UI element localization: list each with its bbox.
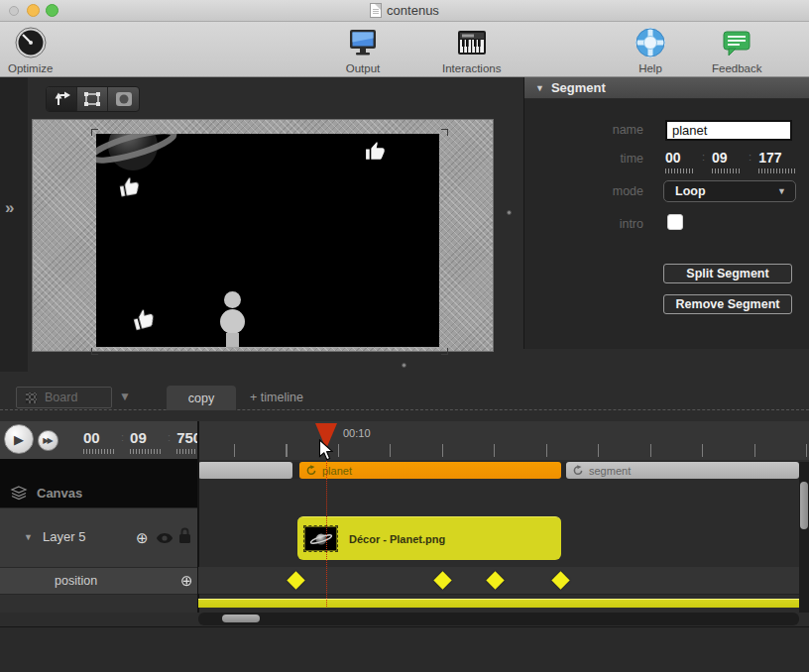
display-seconds[interactable]: 09 <box>130 429 162 454</box>
left-panel-collapsed <box>0 77 28 372</box>
clip-thumbnail <box>304 526 337 551</box>
move-tool-button[interactable] <box>47 87 77 111</box>
ruler-ticks <box>198 444 809 457</box>
position-track-name: position <box>55 574 97 588</box>
empty-row <box>0 594 198 613</box>
add-timeline-tab[interactable]: + timeline <box>250 391 303 404</box>
layer-name: Layer 5 <box>43 529 85 544</box>
horizontal-scrollbar[interactable] <box>198 613 799 625</box>
intro-checkbox[interactable] <box>667 214 683 230</box>
ruler-time-label: 00:10 <box>343 427 371 439</box>
thumbs-up-1[interactable] <box>116 173 143 200</box>
playhead-line <box>326 451 327 607</box>
vertical-scrollbar[interactable] <box>799 462 809 613</box>
play-button[interactable]: ▶ <box>4 424 34 454</box>
intro-label: intro <box>524 217 643 231</box>
row-separator <box>198 594 799 595</box>
expand-panel-chevron[interactable]: » <box>5 198 13 218</box>
stage-corner-mark <box>91 348 98 355</box>
canvas-stage[interactable] <box>96 134 439 347</box>
layers-header-label: Canvas <box>37 486 82 501</box>
canvas-tools <box>46 86 140 112</box>
display-minutes[interactable]: 00 <box>83 429 115 454</box>
segment-panel-title: Segment <box>551 80 606 95</box>
timeline-ruler[interactable]: 00:10 <box>198 421 809 460</box>
planet-graphic[interactable] <box>96 134 179 173</box>
position-track-row[interactable]: position ⊕ <box>0 567 198 594</box>
layer-row[interactable]: ▼ Layer 5 ⊕ <box>0 507 198 567</box>
mode-label: mode <box>524 184 643 198</box>
transform-tool-button[interactable] <box>77 87 108 111</box>
bent-arrow-icon <box>52 89 71 109</box>
split-segment-button[interactable]: Split Segment <box>663 264 792 283</box>
layer-add-icon[interactable]: ⊕ <box>136 529 149 547</box>
minimize-button[interactable] <box>27 4 40 17</box>
keyframe-diamond[interactable] <box>486 571 504 589</box>
board-menu-triangle[interactable]: ▼ <box>119 390 131 403</box>
grid-icon <box>26 392 37 403</box>
person-head <box>224 291 241 308</box>
zoom-button[interactable] <box>46 4 58 17</box>
position-keyframes[interactable] <box>198 567 799 594</box>
lock-icon[interactable] <box>178 527 191 544</box>
mode-dropdown[interactable]: Loop ▼ <box>663 180 796 202</box>
titlebar: contenus <box>0 0 809 22</box>
vertical-scrollbar-thumb[interactable] <box>800 482 808 529</box>
segment-time-fields: 00 : 09 : 177 <box>665 149 796 173</box>
close-button[interactable] <box>9 6 19 16</box>
stage-corner-mark <box>91 129 98 136</box>
time-seconds[interactable]: 09 <box>712 149 742 173</box>
time-minutes[interactable]: 00 <box>665 149 695 173</box>
horizontal-scrollbar-thumb[interactable] <box>222 615 260 622</box>
board-button[interactable]: Board <box>16 387 112 408</box>
monitor-icon <box>345 25 381 60</box>
feedback-button[interactable]: Feedback <box>712 25 762 74</box>
keyframe-diamond[interactable] <box>433 571 451 589</box>
segment-bar[interactable]: planet <box>299 462 561 479</box>
segment-bar[interactable]: segment <box>566 462 799 479</box>
resize-handle-bottom[interactable] <box>402 363 406 368</box>
keyframe-diamond[interactable] <box>287 571 304 589</box>
shape-tool-button[interactable] <box>108 87 139 111</box>
time-millis[interactable]: 177 <box>758 149 796 173</box>
fast-forward-button[interactable]: ▶▶ <box>38 430 58 451</box>
clip-label: Décor - Planet.png <box>349 533 445 545</box>
segments-track[interactable]: planetsegment <box>198 462 799 479</box>
circle-mask-icon <box>115 91 133 107</box>
app-toolbar: Optimize Output <box>0 22 809 77</box>
segment-bar-label: segment <box>589 465 631 477</box>
timeline-range-bar[interactable] <box>198 599 799 608</box>
speech-bubble-icon <box>719 25 754 60</box>
clip-bar[interactable]: Décor - Planet.png <box>297 516 561 560</box>
output-button[interactable]: Output <box>345 25 381 74</box>
thumbs-up-2[interactable] <box>364 140 387 163</box>
interactions-button[interactable]: Interactions <box>442 25 501 74</box>
layers-header[interactable]: Canvas <box>0 480 198 506</box>
tab-copy[interactable]: copy <box>167 386 236 410</box>
layer-collapse-triangle[interactable]: ▼ <box>24 532 33 542</box>
keyframe-diamond[interactable] <box>551 571 569 589</box>
timeline-time-display: 00 : 09 : 750 <box>83 429 216 454</box>
position-add-keyframe-icon[interactable]: ⊕ <box>180 572 193 590</box>
segment-bar[interactable] <box>198 462 292 479</box>
segment-name-input[interactable] <box>665 120 792 141</box>
name-label: name <box>524 123 643 137</box>
help-button[interactable]: Help <box>633 25 668 74</box>
lifesaver-icon <box>633 25 668 60</box>
bounding-box-icon <box>83 91 101 107</box>
segment-panel-header[interactable]: ▼ Segment <box>524 77 809 99</box>
person-base <box>226 333 239 347</box>
stage-area[interactable] <box>32 119 494 352</box>
bottom-toolbar: ▼ + ⚙ setup ◆ keyframes/segments - + <box>0 626 809 672</box>
mouse-cursor <box>318 439 334 462</box>
layers-icon <box>10 486 28 501</box>
collapse-triangle-icon: ▼ <box>535 83 544 93</box>
chevron-down-icon: ▼ <box>777 186 795 196</box>
remove-segment-button[interactable]: Remove Segment <box>663 294 792 314</box>
eye-icon[interactable] <box>156 532 173 544</box>
thumbs-up-3[interactable] <box>129 304 158 333</box>
resize-handle-right[interactable] <box>507 210 512 215</box>
piano-icon <box>454 25 490 60</box>
stage-corner-mark <box>441 348 448 355</box>
optimize-button[interactable]: Optimize <box>8 25 53 74</box>
